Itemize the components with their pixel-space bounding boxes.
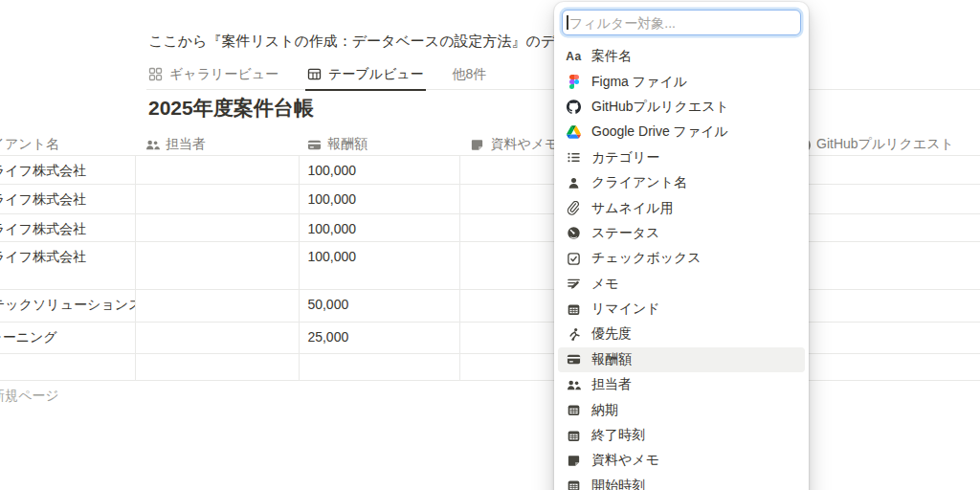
page-title: 2025年度案件台帳 <box>148 95 314 122</box>
tab-label: ギャラリービュー <box>169 66 278 83</box>
table-row <box>0 354 980 381</box>
cell-client[interactable]: ライフ株式会社 <box>0 242 136 289</box>
credit-card-icon <box>307 138 322 152</box>
filter-menu-item[interactable]: ステータス <box>558 221 805 246</box>
people-icon <box>566 377 582 392</box>
cell-reward[interactable]: 100,000 <box>300 156 460 184</box>
filter-menu-item[interactable]: 資料やメモ <box>558 448 805 473</box>
calendar-icon <box>566 403 582 418</box>
figma-icon <box>566 75 582 90</box>
filter-menu-item[interactable]: Google Drive ファイル <box>558 120 805 145</box>
filter-menu-item[interactable]: 担当者 <box>558 372 805 397</box>
cell-assignee[interactable] <box>136 156 300 184</box>
gallery-grid-icon <box>148 67 163 81</box>
filter-menu-item[interactable]: カテゴリー <box>558 145 805 170</box>
cell-client[interactable]: ライフ株式会社 <box>0 185 136 213</box>
github-icon <box>566 100 582 115</box>
filter-menu-item[interactable]: Aa 案件名 <box>558 44 805 69</box>
cell-reward[interactable]: 50,000 <box>300 290 460 322</box>
person-icon <box>566 175 582 190</box>
cell-github-pr[interactable] <box>789 185 980 213</box>
cell-github-pr[interactable] <box>789 214 980 241</box>
filter-menu-item[interactable]: Figma ファイル <box>558 69 805 94</box>
database-table: クライアント名 担当者 報酬額 資料やメモ GitHubプルリクエスト ライフ株… <box>0 134 980 412</box>
table-row: ライフ株式会社 100,000 <box>0 156 980 185</box>
text-caret <box>567 15 568 30</box>
intro-text: ここから『案件リストの作成：データベースの設定方法』のデー <box>148 33 569 51</box>
table-row: テックソリューションズ 50,000 <box>0 290 980 323</box>
calendar-icon <box>566 479 582 490</box>
cell-reward[interactable]: 25,000 <box>300 323 460 353</box>
column-header-client[interactable]: クライアント名 <box>0 134 136 155</box>
table-row: ライフ株式会社 100,000 <box>0 242 980 290</box>
paperclip-icon <box>566 201 582 216</box>
calendar-icon <box>566 301 582 317</box>
table-row: ライフ株式会社 100,000 <box>0 185 980 214</box>
people-icon <box>145 138 160 152</box>
cell-github-pr[interactable] <box>789 242 980 289</box>
status-icon <box>566 226 582 241</box>
table-row: トレーニング 25,000 <box>0 323 980 354</box>
filter-menu-item[interactable]: 優先度 <box>558 322 805 346</box>
filter-menu-item[interactable]: 納期 <box>558 397 805 422</box>
column-header-github-pr[interactable]: GitHubプルリクエスト <box>789 134 980 155</box>
credit-card-icon <box>566 352 582 368</box>
tab-more-views[interactable]: 他8件 <box>451 59 489 89</box>
calendar-icon <box>566 428 582 443</box>
filter-search-wrap <box>562 10 801 35</box>
cell-assignee[interactable] <box>136 290 300 322</box>
filter-menu-item[interactable]: サムネイル用 <box>558 195 805 220</box>
tab-gallery-view[interactable]: ギャラリービュー <box>146 59 280 89</box>
filter-property-list: Aa 案件名 Figma ファイル GitHubプルリクエスト Google D… <box>554 35 809 490</box>
cell-reward[interactable]: 100,000 <box>300 185 460 213</box>
tab-label: 他8件 <box>453 66 487 83</box>
cell-reward[interactable] <box>300 354 460 380</box>
note-pencil-icon <box>566 277 582 292</box>
cell-client[interactable]: ライフ株式会社 <box>0 156 136 184</box>
filter-menu-item[interactable]: 終了時刻 <box>558 423 805 448</box>
filter-menu-item[interactable]: 開始時刻 <box>558 474 805 490</box>
column-header-assignee[interactable]: 担当者 <box>136 134 300 155</box>
cell-assignee[interactable] <box>136 323 300 353</box>
cell-reward[interactable]: 100,000 <box>300 242 460 289</box>
column-header-reward[interactable]: 報酬額 <box>300 134 459 155</box>
filter-menu-item-highlighted[interactable]: 報酬額 <box>558 347 805 372</box>
cell-assignee[interactable] <box>136 214 300 241</box>
cell-client[interactable]: トレーニング <box>0 323 136 353</box>
filter-search-input[interactable] <box>562 10 801 35</box>
runner-icon <box>566 326 582 342</box>
cell-assignee[interactable] <box>136 185 300 213</box>
checkbox-icon <box>566 251 582 266</box>
cell-github-pr[interactable] <box>789 323 980 353</box>
page-icon <box>566 453 582 468</box>
tab-label: テーブルビュー <box>328 66 424 83</box>
page-icon <box>470 138 484 152</box>
table-header-row: クライアント名 担当者 報酬額 資料やメモ GitHubプルリクエスト <box>0 134 980 156</box>
cell-github-pr[interactable] <box>789 156 980 184</box>
filter-menu-item[interactable]: GitHubプルリクエスト <box>558 95 805 120</box>
filter-menu-item[interactable]: メモ <box>558 272 805 297</box>
cell-github-pr[interactable] <box>789 354 980 380</box>
filter-menu-item[interactable]: リマインド <box>558 297 805 322</box>
cell-assignee[interactable] <box>136 242 300 289</box>
title-aa-icon: Aa <box>566 49 582 64</box>
table-icon <box>307 67 322 81</box>
list-icon <box>566 150 582 166</box>
tab-table-view[interactable]: テーブルビュー <box>305 59 426 91</box>
cell-assignee[interactable] <box>136 354 300 380</box>
cell-client[interactable]: ライフ株式会社 <box>0 214 136 241</box>
cell-client[interactable] <box>0 354 136 380</box>
cell-github-pr[interactable] <box>789 290 980 322</box>
cell-client[interactable]: テックソリューションズ <box>0 290 136 322</box>
filter-menu-item[interactable]: チェックボックス <box>558 246 805 271</box>
cell-reward[interactable]: 100,000 <box>300 214 460 241</box>
new-page-row[interactable]: 新規ページ <box>0 381 980 412</box>
filter-menu-item[interactable]: クライアント名 <box>558 170 805 195</box>
filter-property-popup: Aa 案件名 Figma ファイル GitHubプルリクエスト Google D… <box>554 2 809 490</box>
table-row: ライフ株式会社 100,000 <box>0 214 980 242</box>
google-drive-icon <box>566 124 582 140</box>
